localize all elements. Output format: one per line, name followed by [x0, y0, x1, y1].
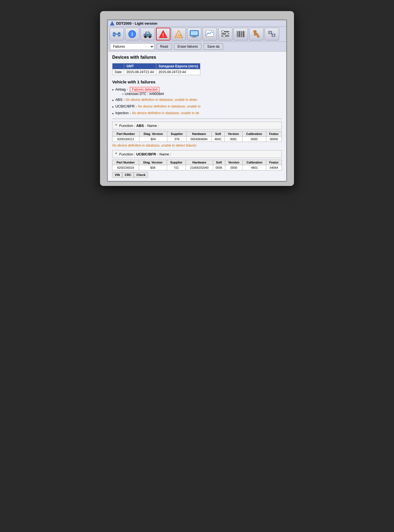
ucbic-th-diag-version: Diag. Version	[139, 160, 167, 165]
bullet-abs: •	[112, 98, 114, 103]
bullet-airbag: •	[112, 88, 114, 92]
action-bar: Failures Read Erase failures Save da	[108, 42, 286, 52]
ucbic-th-soft: Soft	[213, 160, 225, 165]
erase-button[interactable]: Erase failures	[174, 44, 201, 50]
svg-rect-17	[193, 36, 196, 37]
laptop-frame: DDT2000 - Light version i	[100, 11, 294, 186]
function-name-abs: ABS	[136, 124, 144, 128]
svg-point-8	[144, 36, 147, 38]
date-table-header: GMT Западная Европа (лето)	[112, 63, 200, 69]
date-table: GMT Западная Европа (лето) Date 2015-08-…	[112, 63, 200, 75]
binoculars-button[interactable]	[109, 28, 124, 40]
main-content: Devices with failures GMT Западная Европ…	[108, 52, 286, 181]
save-button[interactable]: Save da	[204, 44, 223, 50]
abs-data-table: Part Number Diag. Version Supplier Hardw…	[112, 131, 282, 142]
svg-rect-33	[242, 31, 242, 37]
check-label: Check	[134, 172, 148, 178]
name-label-abs: Name :	[147, 124, 159, 128]
svg-rect-38	[255, 33, 259, 38]
ucbic-th-feature: Featur	[266, 160, 282, 165]
date-table-row: Date 2015-08-24T21:44 2015-08-24T23:44	[112, 69, 200, 75]
svg-rect-16	[191, 31, 198, 35]
abs-soft: 484C	[212, 137, 225, 142]
section-title: Devices with failures	[112, 55, 282, 60]
vin-label: VIN	[112, 172, 122, 178]
component-button[interactable]	[265, 28, 279, 40]
list-item-injection: • Injection - No device definition in da…	[112, 111, 282, 116]
vehicle-section-title: Vehicle with 1 failures	[112, 80, 282, 84]
can-button[interactable]: CAN	[172, 28, 186, 40]
svg-rect-30	[239, 31, 240, 37]
svg-rect-29	[238, 31, 238, 37]
crc-label: CRC	[122, 172, 134, 178]
abs-version: 0081	[225, 137, 242, 142]
function-label-abs: Function :	[119, 124, 135, 128]
function-name-ucbic: UCBIC/BFR	[136, 152, 156, 156]
function-name-sep-ucbic: -	[157, 152, 158, 156]
app-title: DDT2000 - Light version	[116, 21, 157, 25]
info-button[interactable]: i	[125, 28, 139, 40]
tools-button[interactable]	[249, 28, 263, 40]
ucbic-th-supplier: Supplier	[167, 160, 186, 165]
caret-ucbic: ^	[115, 152, 117, 156]
title-bar: DDT2000 - Light version	[108, 20, 286, 27]
warning-button[interactable]: !	[156, 28, 170, 40]
th-hardware: Hardware	[186, 131, 212, 137]
ucbic-th-part-number: Part Number	[112, 160, 139, 165]
svg-rect-42	[273, 34, 274, 36]
injection-no-device: No device definition in database, unable…	[132, 111, 199, 115]
device-ucbic: UCBIC/BFR -	[115, 104, 138, 108]
date-label: Date	[112, 69, 124, 75]
svg-rect-35	[244, 31, 245, 37]
settings-button[interactable]	[218, 28, 232, 40]
th-version: Version	[225, 131, 242, 137]
svg-rect-32	[241, 31, 242, 37]
bullet-injection: •	[112, 111, 114, 116]
mode-dropdown[interactable]: Failures	[110, 43, 154, 50]
th-feature: Featur	[266, 131, 282, 137]
toolbar: i ! CAN	[108, 27, 286, 42]
th-supplier: Supplier	[167, 131, 186, 137]
chart-button[interactable]	[203, 28, 217, 40]
function-name-sep-abs: -	[145, 124, 146, 128]
failures-list: • Airbag - Failures detected ○ Unknown D…	[112, 87, 282, 116]
local-header: Западная Европа (лето)	[156, 63, 200, 69]
gmt-header: GMT	[124, 63, 156, 69]
name-label-ucbic: Name :	[160, 152, 171, 156]
svg-rect-34	[243, 31, 244, 37]
ucbic-no-device: No device definition in database, unable…	[138, 104, 201, 108]
th-soft: Soft	[212, 131, 225, 137]
svg-rect-10	[146, 32, 149, 34]
function-label-ucbic: Function :	[119, 152, 135, 156]
barcode-button[interactable]	[234, 28, 248, 40]
abs-hardware: 0054084684	[186, 137, 212, 142]
svg-point-9	[149, 36, 151, 38]
ucbic-part-number: 8200156016	[112, 165, 139, 170]
car-button[interactable]	[140, 28, 155, 40]
ucbic-table-header-row: Part Number Diag. Version Supplier Hardw…	[112, 160, 282, 165]
th-calibration: Calibration	[242, 131, 266, 137]
read-button[interactable]: Read	[157, 44, 172, 50]
monitor-button[interactable]	[187, 28, 201, 40]
sub-item-dtc: ○ Unknown DTC : ##9008##	[122, 92, 164, 96]
svg-point-27	[223, 35, 225, 37]
app-icon	[110, 21, 114, 25]
caret-abs: ^	[115, 123, 117, 128]
abs-supplier: 376	[167, 137, 186, 142]
ucbic-th-hardware: Hardware	[186, 160, 213, 165]
svg-rect-2	[115, 34, 118, 35]
empty-cell	[112, 63, 124, 69]
abs-error-text: No device definition in database, unable…	[112, 144, 282, 147]
svg-rect-31	[240, 31, 241, 37]
svg-rect-37	[254, 30, 256, 32]
ucbic-feature: 04064	[266, 165, 282, 170]
device-abs: ABS -	[115, 98, 126, 102]
ucbic-soft: 0005	[213, 165, 225, 170]
abs-feature: 30000	[266, 137, 282, 142]
device-injection: Injection -	[115, 111, 132, 115]
abs-table-header-row: Part Number Diag. Version Supplier Hardw…	[112, 131, 282, 137]
ucbic-table-row: 8200156016 $08 ?21 21668202040 0005 0000…	[112, 165, 282, 170]
list-item-airbag: • Airbag - Failures detected ○ Unknown D…	[112, 87, 282, 96]
abs-no-device: No device definition in database, unable…	[126, 98, 197, 102]
abs-table-row: 8200184211 $04 376 0054084684 484C 0081 …	[112, 137, 282, 142]
